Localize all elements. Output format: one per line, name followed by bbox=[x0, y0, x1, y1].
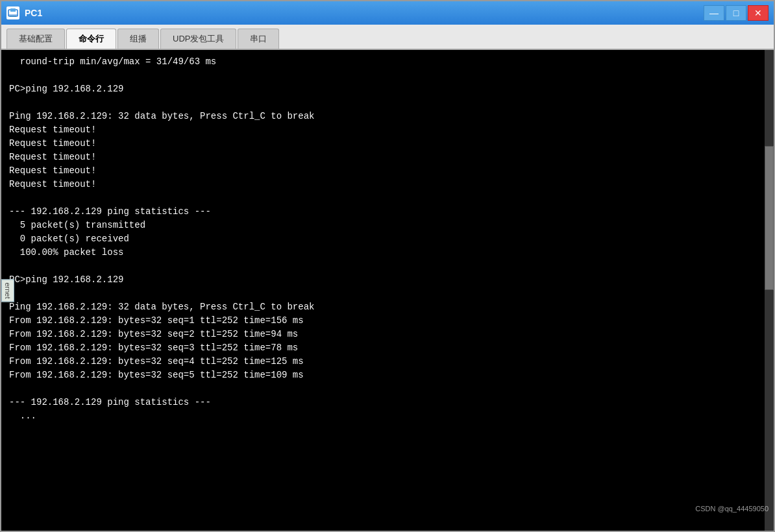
tab-udp[interactable]: UDP发包工具 bbox=[160, 29, 236, 49]
watermark: CSDN @qq_44459050 bbox=[695, 505, 769, 513]
svg-rect-1 bbox=[10, 8, 16, 12]
minimize-button[interactable]: — bbox=[704, 5, 724, 21]
title-bar: PC1 — □ ✕ bbox=[1, 1, 774, 25]
tab-basic[interactable]: 基础配置 bbox=[6, 29, 65, 49]
svg-rect-3 bbox=[10, 16, 16, 17]
main-window: PC1 — □ ✕ 基础配置 命令行 组播 UDP发包工具 串口 round-t… bbox=[0, 0, 775, 532]
terminal-area[interactable]: round-trip min/avg/max = 31/49/63 ms PC>… bbox=[1, 50, 774, 531]
side-label: ernet bbox=[1, 279, 14, 302]
tab-serial[interactable]: 串口 bbox=[238, 29, 279, 49]
terminal-output: round-trip min/avg/max = 31/49/63 ms PC>… bbox=[1, 50, 774, 531]
tab-cmd[interactable]: 命令行 bbox=[66, 29, 116, 49]
scrollbar[interactable] bbox=[765, 50, 774, 531]
close-button[interactable]: ✕ bbox=[748, 5, 769, 21]
tab-bar: 基础配置 命令行 组播 UDP发包工具 串口 bbox=[1, 25, 774, 50]
scrollbar-thumb[interactable] bbox=[765, 146, 774, 290]
window-icon bbox=[6, 6, 19, 19]
window-controls: — □ ✕ bbox=[704, 5, 769, 21]
window-title: PC1 bbox=[25, 8, 704, 18]
tab-multicast[interactable]: 组播 bbox=[117, 29, 159, 49]
maximize-button[interactable]: □ bbox=[726, 5, 746, 21]
